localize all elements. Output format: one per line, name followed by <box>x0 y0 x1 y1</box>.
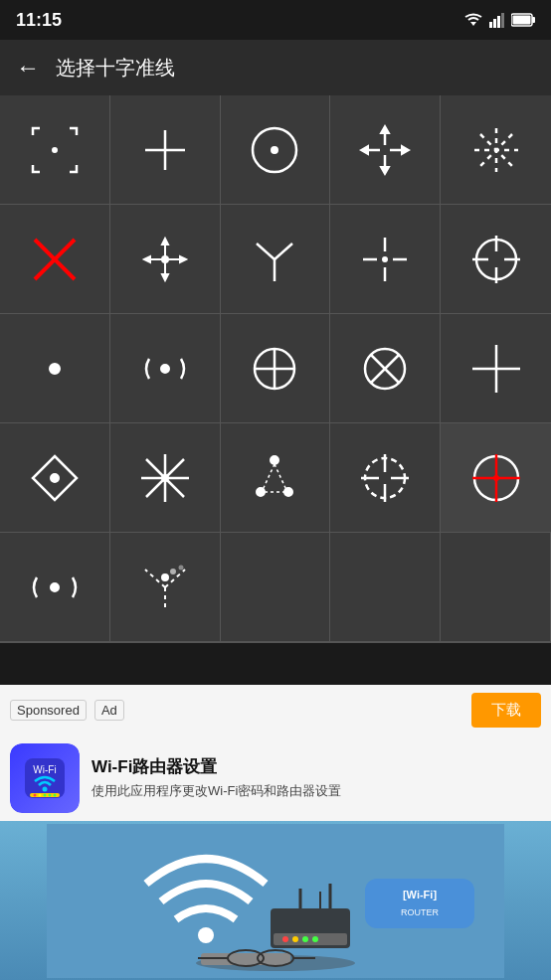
svg-point-33 <box>162 256 168 262</box>
svg-point-102 <box>282 936 288 942</box>
ad-banner[interactable]: [Wi-Fi] ROUTER <box>0 821 551 980</box>
svg-point-47 <box>50 364 60 374</box>
crosshair-red-x[interactable] <box>0 205 110 314</box>
crosshair-empty-1 <box>221 533 331 642</box>
svg-marker-18 <box>381 167 389 174</box>
crosshair-grid <box>0 95 551 533</box>
svg-rect-106 <box>365 879 474 928</box>
crosshair-circle-red-cross[interactable] <box>441 423 551 533</box>
ad-section: Sponsored Ad 下载 Wi-Fi <box>0 685 551 980</box>
crosshair-y-dotted[interactable] <box>110 533 221 642</box>
svg-point-84 <box>171 570 175 573</box>
crosshair-asterisk-cross[interactable] <box>441 95 551 205</box>
crosshair-diamond-dot[interactable] <box>0 423 110 533</box>
svg-rect-3 <box>497 16 500 28</box>
crosshair-plus-large[interactable] <box>441 314 551 423</box>
crosshair-y-shape[interactable] <box>221 205 331 314</box>
crosshair-empty-3 <box>441 533 551 642</box>
svg-point-63 <box>162 475 168 481</box>
svg-point-48 <box>161 365 169 373</box>
crosshair-circle-crosshair[interactable] <box>441 205 551 314</box>
svg-text:Wi-Fi: Wi-Fi <box>33 764 56 775</box>
svg-point-41 <box>383 257 387 261</box>
crosshair-arrow-cross[interactable] <box>330 95 441 205</box>
crosshair-circle-x[interactable] <box>330 314 441 423</box>
svg-rect-6 <box>532 17 535 23</box>
status-bar: 11:15 <box>0 0 551 40</box>
crosshair-circle-dot[interactable] <box>221 95 331 205</box>
svg-marker-31 <box>144 256 150 262</box>
ad-label: Ad <box>94 700 124 721</box>
svg-point-96 <box>198 927 214 943</box>
svg-point-105 <box>312 936 318 942</box>
svg-marker-17 <box>381 126 389 133</box>
download-button[interactable]: 下载 <box>471 693 541 728</box>
ad-app-desc: 使用此应用程序更改Wi-Fi密码和路由器设置 <box>92 782 541 800</box>
ad-content[interactable]: Wi-Fi Wi-Fi路由器设置 使用此应用程序更改Wi-Fi密码和路由器设置 <box>0 735 551 821</box>
crosshair-circle-plus[interactable] <box>221 314 331 423</box>
svg-rect-1 <box>489 22 492 28</box>
crosshair-triangle-dots[interactable] <box>221 423 331 533</box>
crosshair-bracket-dot[interactable] <box>110 314 221 423</box>
sponsored-label: Sponsored <box>10 700 87 721</box>
ad-icon-image: Wi-Fi <box>20 753 70 803</box>
svg-text:[Wi-Fi]: [Wi-Fi] <box>403 889 437 900</box>
svg-marker-30 <box>162 274 168 280</box>
svg-point-78 <box>493 475 499 481</box>
svg-line-68 <box>275 464 286 490</box>
svg-line-67 <box>263 464 275 490</box>
crosshair-diamond-arrows[interactable] <box>110 205 221 314</box>
battery-icon <box>511 13 535 27</box>
svg-point-104 <box>302 936 308 942</box>
crosshair-last-row <box>0 533 551 643</box>
svg-rect-7 <box>513 16 531 25</box>
svg-point-58 <box>51 474 59 482</box>
svg-text:ROUTER: ROUTER <box>401 907 440 917</box>
svg-marker-29 <box>162 239 168 245</box>
toolbar: ← 选择十字准线 <box>0 40 551 95</box>
svg-point-90 <box>34 794 37 797</box>
svg-point-94 <box>54 794 57 797</box>
svg-rect-4 <box>501 13 504 28</box>
svg-point-88 <box>43 787 48 792</box>
svg-marker-20 <box>402 146 409 154</box>
crosshair-parenthesis-dot[interactable] <box>0 533 110 642</box>
status-time: 11:15 <box>16 10 62 31</box>
svg-point-65 <box>257 488 265 496</box>
back-button[interactable]: ← <box>16 54 40 82</box>
crosshair-snowflake[interactable] <box>110 423 221 533</box>
wifi-icon <box>463 12 483 28</box>
ad-banner-image: [Wi-Fi] ROUTER <box>47 824 504 978</box>
svg-point-12 <box>272 147 277 153</box>
svg-rect-2 <box>493 19 496 28</box>
svg-point-93 <box>49 794 52 797</box>
svg-point-103 <box>292 936 298 942</box>
crosshair-dashed-circle-plus[interactable] <box>330 423 441 533</box>
svg-line-36 <box>275 244 292 259</box>
svg-point-92 <box>44 794 47 797</box>
status-icons <box>463 12 535 28</box>
ad-text: Wi-Fi路由器设置 使用此应用程序更改Wi-Fi密码和路由器设置 <box>92 755 541 800</box>
ad-bar: Sponsored Ad 下载 <box>0 685 551 735</box>
ad-app-icon: Wi-Fi <box>10 743 80 813</box>
page-title: 选择十字准线 <box>56 55 175 82</box>
ad-app-name: Wi-Fi路由器设置 <box>92 755 541 778</box>
signal-icon <box>489 12 505 28</box>
svg-line-35 <box>257 244 275 259</box>
svg-point-91 <box>39 794 42 797</box>
crosshair-empty-2 <box>330 533 441 642</box>
crosshair-plus-simple[interactable] <box>110 95 221 205</box>
svg-point-85 <box>179 566 182 569</box>
svg-marker-19 <box>361 146 368 154</box>
svg-marker-0 <box>470 22 476 26</box>
svg-point-64 <box>271 456 278 464</box>
svg-point-8 <box>53 148 57 152</box>
svg-marker-32 <box>180 256 186 262</box>
crosshair-corner-bracket[interactable] <box>0 95 110 205</box>
crosshair-dash-cross[interactable] <box>330 205 441 314</box>
svg-point-83 <box>162 574 168 580</box>
svg-point-79 <box>51 583 59 591</box>
svg-point-66 <box>284 488 292 496</box>
crosshair-dot[interactable] <box>0 314 110 423</box>
